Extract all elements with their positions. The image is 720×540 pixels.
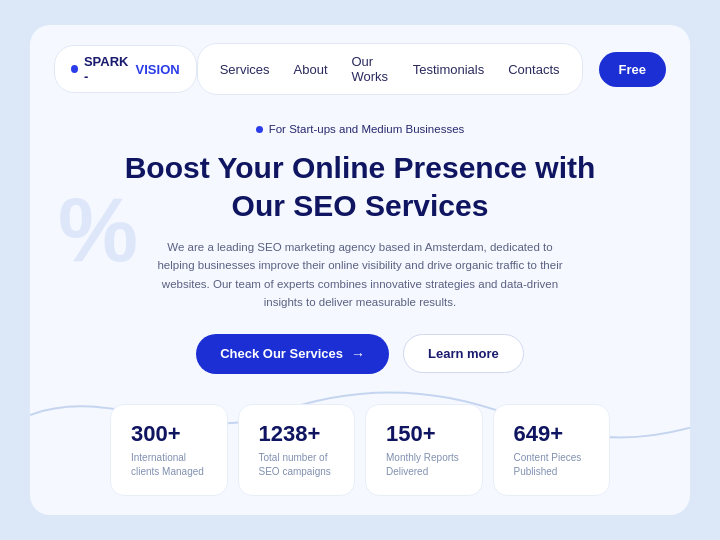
stat-label-0: International clients Managed	[131, 451, 207, 479]
hero-title: Boost Your Online Presence with Our SEO …	[120, 149, 600, 224]
learn-more-button[interactable]: Learn more	[403, 334, 524, 373]
stat-number-2: 150+	[386, 421, 462, 447]
hero-btn-group: Check Our Services → Learn more	[196, 334, 524, 374]
stat-card-0: 300+ International clients Managed	[110, 404, 228, 496]
stat-number-1: 1238+	[259, 421, 335, 447]
stat-label-3: Content Pieces Published	[514, 451, 590, 479]
stat-card-2: 150+ Monthly Reports Delivered	[365, 404, 483, 496]
logo-dot	[71, 65, 78, 73]
arrow-icon: →	[351, 346, 365, 362]
nav-contacts[interactable]: Contacts	[508, 62, 559, 77]
hero-badge: For Start-ups and Medium Businesses	[256, 123, 465, 135]
badge-text: For Start-ups and Medium Businesses	[269, 123, 465, 135]
nav-cta-button[interactable]: Free	[599, 52, 666, 87]
logo[interactable]: SPARK - VISION	[54, 45, 197, 93]
stat-number-0: 300+	[131, 421, 207, 447]
nav-links-group: Services About Our Works Testimonials Co…	[197, 43, 583, 95]
check-services-button[interactable]: Check Our Services →	[196, 334, 389, 374]
hero-section: For Start-ups and Medium Businesses Boos…	[30, 113, 690, 515]
check-services-label: Check Our Services	[220, 346, 343, 361]
badge-dot	[256, 126, 263, 133]
main-card: % SPARK - VISION Services About Our Work…	[30, 25, 690, 515]
stat-card-3: 649+ Content Pieces Published	[493, 404, 611, 496]
page-wrapper: % SPARK - VISION Services About Our Work…	[0, 0, 720, 540]
nav-about[interactable]: About	[294, 62, 328, 77]
nav-testimonials[interactable]: Testimonials	[413, 62, 485, 77]
navbar: SPARK - VISION Services About Our Works …	[30, 25, 690, 113]
logo-vision-text: VISION	[136, 62, 180, 77]
stat-label-2: Monthly Reports Delivered	[386, 451, 462, 479]
logo-spark-text: SPARK -	[84, 54, 130, 84]
stat-label-1: Total number of SEO campaigns	[259, 451, 335, 479]
hero-description: We are a leading SEO marketing agency ba…	[150, 238, 570, 312]
stat-number-3: 649+	[514, 421, 590, 447]
nav-services[interactable]: Services	[220, 62, 270, 77]
nav-our-works[interactable]: Our Works	[352, 54, 389, 84]
stat-card-1: 1238+ Total number of SEO campaigns	[238, 404, 356, 496]
stats-section: 300+ International clients Managed 1238+…	[90, 404, 630, 496]
